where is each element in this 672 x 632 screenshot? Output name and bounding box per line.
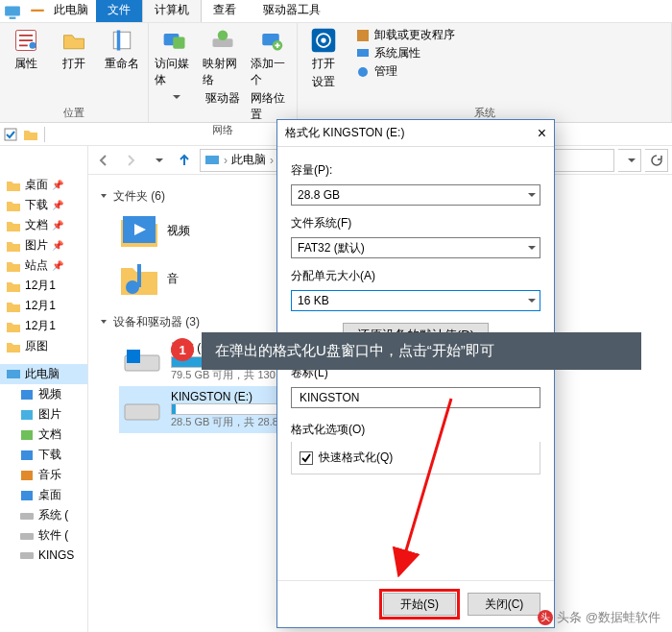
nav-library[interactable]: 下载 xyxy=(0,445,87,465)
svg-point-36 xyxy=(126,280,139,294)
format-dialog: 格式化 KINGSTON (E:) × 容量(P): 28.8 GB 文件系统(… xyxy=(276,119,555,628)
close-icon[interactable]: × xyxy=(538,125,546,142)
folder-tile[interactable]: 视频 xyxy=(119,210,292,251)
navigation-pane[interactable]: 桌面📌下载📌文档📌图片📌站点📌12月112月112月1原图 此电脑 视频图片文档… xyxy=(0,146,88,632)
tab-computer[interactable]: 计算机 xyxy=(142,0,202,22)
svg-rect-22 xyxy=(21,410,33,420)
dialog-title: 格式化 KINGSTON (E:) xyxy=(285,125,404,141)
svg-rect-29 xyxy=(20,552,34,559)
nav-item[interactable]: 站点📌 xyxy=(0,255,87,276)
nav-library[interactable]: 视频 xyxy=(0,384,87,404)
watermark: 头 头条 @数据蛙软件 xyxy=(538,609,660,626)
nav-library[interactable]: 图片 xyxy=(0,404,87,425)
nav-up[interactable] xyxy=(173,149,196,172)
nav-this-pc[interactable]: 此电脑 xyxy=(0,364,87,384)
folder-icon[interactable] xyxy=(23,128,38,141)
svg-rect-17 xyxy=(357,49,369,57)
svg-point-18 xyxy=(358,67,368,77)
nav-item[interactable]: 12月1 xyxy=(0,316,87,336)
allocation-label: 分配单元大小(A) xyxy=(291,268,540,284)
nav-back[interactable] xyxy=(92,149,115,172)
ribbon-manage[interactable]: 管理 xyxy=(355,63,455,80)
nav-item[interactable]: 12月1 xyxy=(0,276,87,296)
folder-tile[interactable]: 音 xyxy=(119,258,292,299)
chevron-down-icon xyxy=(524,241,536,255)
nav-drive[interactable]: 软件 ( xyxy=(0,525,87,546)
volume-input[interactable] xyxy=(291,387,540,408)
nav-item[interactable]: 桌面📌 xyxy=(0,175,87,195)
filesystem-combo[interactable]: FAT32 (默认) xyxy=(291,237,540,258)
svg-rect-27 xyxy=(20,513,34,520)
address-dropdown[interactable] xyxy=(618,149,641,172)
svg-rect-23 xyxy=(21,430,33,440)
capacity-combo[interactable]: 28.8 GB xyxy=(291,184,540,206)
svg-rect-0 xyxy=(5,6,20,15)
ribbon-uninstall[interactable]: 卸载或更改程序 xyxy=(355,27,455,43)
nav-item[interactable]: 图片📌 xyxy=(0,235,87,255)
svg-rect-41 xyxy=(300,451,313,464)
ribbon-group-system: 系统 xyxy=(303,106,665,120)
svg-rect-39 xyxy=(127,350,140,363)
svg-rect-21 xyxy=(21,390,33,400)
svg-rect-37 xyxy=(137,264,141,287)
app-icon xyxy=(4,3,21,20)
svg-rect-26 xyxy=(21,491,33,500)
svg-rect-30 xyxy=(205,156,219,164)
svg-rect-5 xyxy=(113,32,131,49)
nav-item[interactable]: 下载📌 xyxy=(0,195,87,215)
dropdown-icon[interactable] xyxy=(29,3,46,20)
options-label: 格式化选项(O) xyxy=(291,422,540,438)
tab-view[interactable]: 查看 xyxy=(202,0,248,22)
chevron-down-icon xyxy=(524,188,536,202)
nav-drive[interactable]: KINGS xyxy=(0,546,87,565)
ribbon-add-network-location[interactable]: 添加一个 网络位置 xyxy=(251,27,291,123)
tab-drive-tools[interactable]: 驱动器工具 xyxy=(255,0,328,22)
nav-recent[interactable] xyxy=(146,149,169,172)
annotation-tooltip: 在弹出的格式化U盘窗口中，点击“开始”即可 xyxy=(202,332,641,370)
close-button[interactable]: 关闭(C) xyxy=(468,593,540,616)
annotation-badge: 1 xyxy=(171,338,194,361)
nav-item[interactable]: 原图 xyxy=(0,336,87,356)
svg-point-15 xyxy=(321,37,325,42)
svg-point-4 xyxy=(30,42,36,49)
svg-rect-40 xyxy=(125,404,159,420)
svg-rect-20 xyxy=(7,370,20,378)
ribbon-properties[interactable]: 属性 xyxy=(6,27,46,72)
svg-rect-2 xyxy=(31,10,44,12)
nav-library[interactable]: 文档 xyxy=(0,425,87,445)
svg-rect-1 xyxy=(10,17,16,19)
nav-library[interactable]: 桌面 xyxy=(0,485,87,505)
svg-rect-24 xyxy=(21,450,33,460)
refresh-button[interactable] xyxy=(645,149,668,172)
tab-file[interactable]: 文件 xyxy=(96,0,142,22)
capacity-label: 容量(P): xyxy=(291,162,540,179)
svg-rect-8 xyxy=(173,37,184,49)
svg-rect-25 xyxy=(21,471,33,480)
quick-format-checkbox[interactable]: 快速格式化(Q) xyxy=(300,450,532,466)
chevron-down-icon xyxy=(169,90,180,104)
nav-forward xyxy=(119,149,142,172)
ribbon-map-drive[interactable]: 映射网络 驱动器 xyxy=(203,27,243,123)
filesystem-label: 文件系统(F) xyxy=(291,215,540,231)
ribbon-group-network: 网络 xyxy=(155,123,291,137)
window-title: 此电脑 xyxy=(50,2,96,22)
nav-library[interactable]: 音乐 xyxy=(0,465,87,485)
nav-item[interactable]: 文档📌 xyxy=(0,215,87,235)
svg-rect-28 xyxy=(20,533,34,540)
ribbon-rename[interactable]: 重命名 xyxy=(102,27,142,72)
checkbox-icon[interactable] xyxy=(4,128,17,141)
svg-point-10 xyxy=(218,31,228,41)
ribbon-open[interactable]: 打开 xyxy=(54,27,94,72)
nav-item[interactable]: 12月1 xyxy=(0,296,87,316)
ribbon-open-settings[interactable]: 打开 设置 xyxy=(303,27,344,90)
svg-rect-16 xyxy=(357,30,369,41)
svg-rect-6 xyxy=(117,31,121,51)
start-button[interactable]: 开始(S) xyxy=(383,593,456,616)
ribbon-access-media[interactable]: 访问媒体 xyxy=(155,27,195,123)
allocation-combo[interactable]: 16 KB xyxy=(291,290,540,311)
ribbon-system-properties[interactable]: 系统属性 xyxy=(355,45,455,61)
svg-rect-19 xyxy=(5,129,16,140)
ribbon-group-location: 位置 xyxy=(6,106,142,120)
nav-drive[interactable]: 系统 ( xyxy=(0,505,87,525)
chevron-down-icon xyxy=(524,294,536,307)
